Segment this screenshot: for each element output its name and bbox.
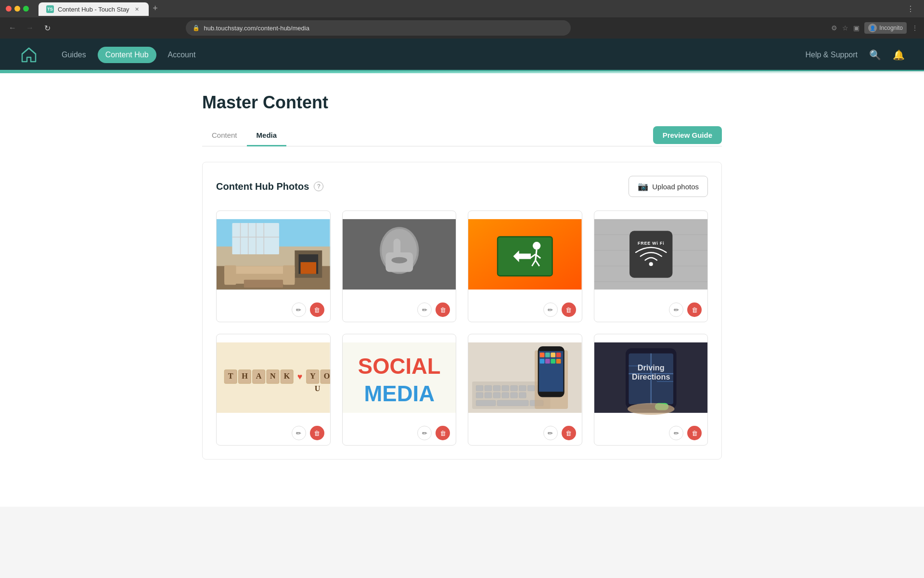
edit-photo-button[interactable]: ✏ [417,302,432,317]
bookmark-icon[interactable]: ☆ [842,24,848,32]
minimize-window-button[interactable] [14,6,20,12]
app-navbar: Guides Content Hub Account Help & Suppor… [0,39,924,71]
photo-image-silence [343,211,456,298]
svg-rect-11 [301,262,316,274]
close-window-button[interactable] [6,6,12,12]
photo-image-phone [468,334,582,421]
nav-guides[interactable]: Guides [54,47,94,63]
delete-photo-button[interactable]: 🗑 [310,426,324,440]
photo-card-actions: ✏ 🗑 [343,421,456,445]
photo-card-actions: ✏ 🗑 [217,298,330,322]
menu-icon[interactable]: ⋮ [911,24,918,32]
delete-photo-button[interactable]: 🗑 [687,302,702,317]
page-title: Master Content [202,92,722,113]
svg-text:FREE Wi Fi: FREE Wi Fi [637,241,664,246]
delete-photo-button[interactable]: 🗑 [687,426,702,440]
main-content: Master Content Content Media Preview Gui… [173,73,751,507]
nav-right: Help & Support 🔍 🔔 [805,49,905,61]
maximize-window-button[interactable] [23,6,29,12]
svg-rect-86 [556,353,561,357]
edit-photo-button[interactable]: ✏ [543,426,558,440]
edit-photo-button[interactable]: ✏ [292,302,306,317]
edit-photo-button[interactable]: ✏ [669,426,683,440]
svg-text:N: N [270,372,276,381]
extensions-icon[interactable]: ⚙ [831,24,837,32]
photo-card-actions: ✏ 🗑 [468,421,582,445]
photo-image-wrapper [217,211,330,298]
camera-icon: 📷 [638,181,648,192]
delete-photo-button[interactable]: 🗑 [562,302,576,317]
svg-rect-4 [240,223,241,254]
nav-content-hub[interactable]: Content Hub [98,47,156,63]
incognito-label: Incognito [879,25,903,31]
tab-close-button[interactable]: ✕ [133,5,141,13]
back-button[interactable]: ← [6,21,19,35]
tab-content[interactable]: Content [202,126,247,146]
svg-rect-8 [232,236,279,237]
delete-photo-button[interactable]: 🗑 [436,302,450,317]
svg-text:Directions: Directions [632,372,670,381]
preview-guide-button[interactable]: Preview Guide [653,126,722,144]
photo-image-exit [468,211,582,298]
incognito-badge[interactable]: 👤 Incognito [864,22,907,34]
delete-photo-button[interactable]: 🗑 [562,426,576,440]
svg-rect-14 [224,265,236,285]
addressbar-right-icons: ⚙ ☆ ▣ 👤 Incognito ⋮ [831,22,918,34]
upload-photos-button[interactable]: 📷 Upload photos [629,176,708,197]
active-tab[interactable]: TS Content Hub - Touch Stay ✕ [38,2,149,16]
delete-photo-button[interactable]: 🗑 [310,302,324,317]
forward-button[interactable]: → [23,21,37,35]
svg-rect-76 [519,393,526,398]
tabs-bar: Content Media Preview Guide [202,126,722,146]
svg-rect-15 [283,265,295,285]
nav-account[interactable]: Account [160,47,204,63]
sidebar-icon[interactable]: ▣ [853,24,860,32]
traffic-lights [6,6,29,12]
edit-photo-button[interactable]: ✏ [417,426,432,440]
photo-image-wrapper [468,211,582,298]
photo-card-actions: ✏ 🗑 [343,298,456,322]
svg-rect-74 [502,393,509,398]
notifications-icon[interactable]: 🔔 [893,49,905,61]
svg-rect-6 [256,223,257,254]
edit-photo-button[interactable]: ✏ [543,302,558,317]
tab-media[interactable]: Media [247,126,287,146]
svg-rect-67 [511,385,518,391]
photo-image-wrapper: SOCIAL MEDIA [343,334,456,421]
lock-icon: 🔒 [192,25,200,31]
photo-card-actions: ✏ 🗑 [217,421,330,445]
svg-rect-65 [493,385,500,391]
photo-image-driving: Driving Directions [594,334,708,421]
photo-card: SOCIAL MEDIA ✏ 🗑 [342,334,457,446]
svg-rect-64 [485,385,492,391]
nav-links: Guides Content Hub Account [54,47,203,63]
edit-photo-button[interactable]: ✏ [292,426,306,440]
edit-photo-button[interactable]: ✏ [669,302,683,317]
reload-button[interactable]: ↻ [40,21,54,35]
svg-rect-5 [248,223,249,254]
new-tab-button[interactable]: + [149,1,162,15]
app-logo[interactable] [19,45,38,65]
svg-point-101 [628,403,674,415]
svg-text:H: H [242,372,248,381]
photo-image-wrapper [343,211,456,298]
browser-titlebar: TS Content Hub - Touch Stay ✕ + ⋮ [0,0,924,17]
tab-title: Content Hub - Touch Stay [58,6,129,13]
svg-rect-21 [393,239,400,257]
photo-image-wrapper: T H A N [217,334,330,421]
svg-rect-66 [502,385,509,391]
svg-text:MEDIA: MEDIA [364,381,435,406]
delete-photo-button[interactable]: 🗑 [436,426,450,440]
svg-rect-83 [540,353,545,357]
address-bar[interactable]: 🔒 hub.touchstay.com/content-hub/media [186,20,571,36]
help-tooltip-icon[interactable]: ? [314,182,323,191]
search-icon[interactable]: 🔍 [869,49,881,61]
photo-card-actions: ✏ 🗑 [594,421,708,445]
svg-rect-16 [244,280,283,288]
photo-image-wrapper: Driving Directions [594,334,708,421]
photo-image-wifi: FREE Wi Fi [594,211,708,298]
help-support-link[interactable]: Help & Support [805,51,858,59]
svg-text:Y: Y [310,372,316,381]
home-icon [20,46,38,64]
svg-rect-85 [551,353,555,357]
